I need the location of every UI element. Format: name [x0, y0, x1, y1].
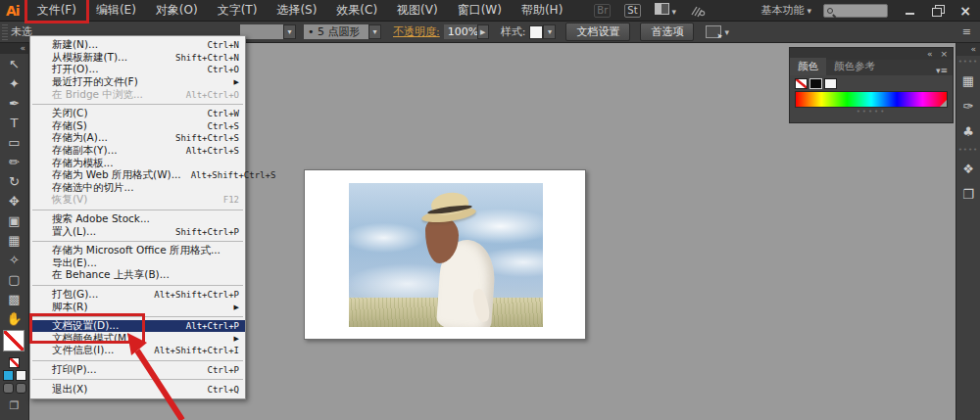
menu-item-open-recent[interactable]: 最近打开的文件(F)▶	[30, 76, 245, 89]
menu-item-save-selected-slices[interactable]: 存储选中的切片...	[30, 182, 245, 195]
menu-separator	[32, 241, 243, 242]
color-spectrum-bar[interactable]	[795, 91, 948, 108]
menu-item-new[interactable]: 新建(N)...Ctrl+N	[30, 39, 245, 52]
tab-color[interactable]: 颜色	[790, 58, 826, 75]
document-setup-button[interactable]: 文档设置	[565, 23, 630, 41]
width-tool[interactable]: ✥	[3, 191, 26, 210]
brushes-panel-icon[interactable]: ✑	[963, 93, 974, 118]
draw-behind-button[interactable]	[16, 383, 26, 394]
menu-item-browse-in-bridge: 在 Bridge 中浏览...Alt+Ctrl+O	[30, 88, 245, 101]
toolbar-collapse-icon[interactable]: «	[0, 43, 28, 54]
share-icon[interactable]	[690, 3, 706, 18]
menu-separator	[32, 285, 243, 286]
slice-tool[interactable]: ▩	[3, 289, 26, 308]
layers-panel-icon[interactable]: ❖	[962, 156, 974, 181]
color-none-swatch[interactable]	[795, 78, 808, 89]
controlbar-grip[interactable]	[2, 24, 8, 40]
mesh-tool[interactable]: ▦	[3, 230, 26, 250]
menu-item-new-from-template[interactable]: 从模板新建(T)...Shift+Ctrl+N	[30, 52, 245, 65]
fill-stroke-control[interactable]	[3, 330, 26, 355]
tab-color-guide[interactable]: 颜色参考	[826, 58, 883, 75]
minimize-button[interactable]	[904, 5, 917, 17]
screen-mode-icon[interactable]: ❐	[10, 399, 20, 412]
menu-item-package[interactable]: 打包(G)...Alt+Shift+Ctrl+P	[30, 289, 245, 302]
submenu-arrow-icon: ▶	[234, 303, 239, 311]
panel-dock: « •••• ▦ ✑ ♣ •••• ❖ ❐	[956, 43, 980, 420]
menu-item-scripts[interactable]: 脚本(R)▶	[30, 301, 245, 313]
panel-close-icon[interactable]: ×	[940, 49, 948, 59]
menu-item-save-for-microsoft-office[interactable]: 存储为 Microsoft Office 所用格式...	[30, 245, 245, 257]
menu-type[interactable]: 文字(T)	[208, 0, 268, 21]
symbols-panel-icon[interactable]: ♣	[962, 118, 974, 144]
menu-item-save-for-web[interactable]: 存储为 Web 所用格式(W)...Alt+Shift+Ctrl+S	[30, 169, 245, 182]
workspace-switcher[interactable]: 基本功能	[760, 3, 811, 18]
eyedropper-tool[interactable]: ✧	[3, 250, 26, 269]
submenu-arrow-icon: ▶	[234, 78, 239, 86]
artboard[interactable]	[304, 169, 586, 340]
preferences-button[interactable]: 首选项	[640, 23, 694, 41]
gradient-mode-button[interactable]	[16, 370, 26, 381]
menu-item-save-as-template[interactable]: 存储为模板...	[30, 157, 245, 169]
menu-item-search-adobe-stock[interactable]: 搜索 Adobe Stock...	[30, 213, 245, 226]
style-swatch[interactable]	[529, 25, 543, 39]
close-button[interactable]: ×	[958, 5, 972, 17]
panel-menu-icon[interactable]: ▾≡	[936, 66, 953, 75]
color-black-swatch[interactable]	[809, 78, 822, 89]
menu-item-save-as[interactable]: 存储为(A)...Shift+Ctrl+S	[30, 132, 245, 145]
opacity-spinner-icon[interactable]: ▶	[477, 24, 489, 39]
shape-builder-tool[interactable]: ▣	[3, 210, 26, 230]
draw-normal-button[interactable]	[3, 383, 14, 394]
menu-item-share-on-behance[interactable]: 在 Behance 上共享(B)...	[30, 269, 245, 282]
stroke-dropdown-icon[interactable]: ▾	[283, 24, 296, 39]
menu-item-open[interactable]: 打开(O)...Ctrl+O	[30, 64, 245, 76]
arrange-documents-icon[interactable]	[655, 3, 677, 18]
stock-icon[interactable]: St	[624, 4, 640, 18]
rectangle-tool[interactable]: ▭	[3, 132, 26, 152]
artboards-panel-icon[interactable]: ❐	[962, 181, 974, 207]
panel-resize-grip[interactable]: •••••	[795, 108, 948, 116]
panel-options-icon	[706, 25, 721, 38]
restore-button[interactable]	[931, 5, 945, 17]
artboard-tool[interactable]: ▢	[3, 269, 26, 289]
menu-item-export[interactable]: 导出(E)...	[30, 257, 245, 270]
panel-collapse-icon[interactable]: «	[927, 49, 933, 59]
menu-edit[interactable]: 编辑(E)	[86, 0, 146, 21]
selection-tools-options[interactable]	[694, 25, 729, 38]
color-mode-button[interactable]	[3, 370, 14, 381]
pencil-tool[interactable]: ✏	[3, 152, 26, 171]
search-input[interactable]	[823, 4, 888, 18]
hand-tool[interactable]: ✋	[3, 308, 26, 328]
opacity-value[interactable]: 100%	[444, 24, 477, 39]
menu-effect[interactable]: 效果(C)	[326, 0, 387, 21]
style-label: 样式:	[501, 24, 526, 39]
opacity-label[interactable]: 不透明度:	[393, 24, 440, 39]
menu-window[interactable]: 窗口(W)	[448, 0, 512, 21]
menu-item-save[interactable]: 存储(S)Ctrl+S	[30, 120, 245, 133]
selection-tool[interactable]: ↖	[3, 54, 26, 73]
brush-dropdown-icon[interactable]: ▾	[368, 24, 381, 39]
stroke-field[interactable]	[240, 24, 283, 39]
type-tool[interactable]: T	[3, 113, 26, 132]
menu-object[interactable]: 对象(O)	[146, 0, 208, 21]
color-white-swatch[interactable]	[824, 78, 837, 89]
magic-wand-tool[interactable]: ✦	[3, 73, 26, 93]
menu-help[interactable]: 帮助(H)	[512, 0, 572, 21]
fill-none-swatch[interactable]	[3, 330, 24, 351]
rotate-tool[interactable]: ↻	[3, 171, 26, 191]
menu-file[interactable]: 文件(F)	[27, 0, 86, 21]
bridge-icon[interactable]: Br	[594, 4, 611, 18]
swatches-panel-icon[interactable]: ▦	[962, 68, 974, 93]
menu-item-save-a-copy[interactable]: 存储副本(Y)...Alt+Ctrl+S	[30, 145, 245, 158]
brush-select[interactable]: • 5 点圆形	[304, 24, 368, 39]
menu-separator	[32, 210, 243, 210]
menu-select[interactable]: 选择(S)	[267, 0, 326, 21]
dock-expand-icon[interactable]: «	[956, 43, 980, 56]
stroke-none-swatch[interactable]	[9, 357, 20, 368]
controlbar-menu-icon[interactable]: ≡	[962, 25, 980, 38]
menu-view[interactable]: 视图(V)	[387, 0, 448, 21]
pen-tool[interactable]: ✒	[3, 93, 26, 113]
placed-photo[interactable]	[349, 183, 543, 327]
menu-item-close[interactable]: 关闭(C)Ctrl+W	[30, 108, 245, 120]
menu-item-place[interactable]: 置入(L)...Shift+Ctrl+P	[30, 225, 245, 238]
style-dropdown-icon[interactable]: ▾	[543, 24, 556, 39]
